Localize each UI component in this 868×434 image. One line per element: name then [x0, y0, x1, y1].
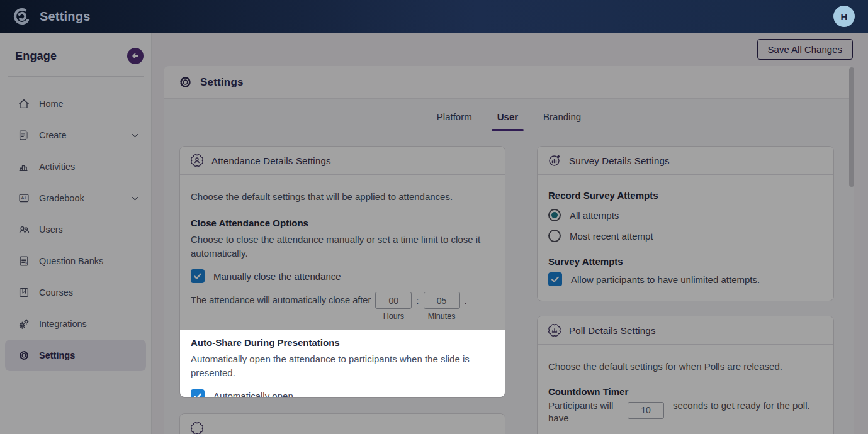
panel-title: Settings — [200, 76, 244, 89]
countdown-timer-row: Participants will have seconds to get re… — [548, 399, 823, 425]
sidebar-item-courses[interactable]: Courses — [0, 277, 151, 308]
sidebar-item-integrations[interactable]: Integrations — [0, 308, 151, 340]
sidebar-item-label: Create — [39, 130, 67, 140]
sidebar-title: Engage — [15, 50, 57, 63]
tab-platform[interactable]: Platform — [436, 106, 473, 130]
sidebar-divider — [8, 76, 144, 77]
svg-text:?: ? — [25, 262, 27, 266]
top-bar: Settings H — [0, 0, 868, 33]
users-icon — [18, 223, 30, 236]
gear-icon — [178, 75, 193, 89]
sidebar-item-label: Question Banks — [39, 256, 103, 266]
radio-unselected-icon[interactable] — [548, 230, 561, 242]
card-title: Poll Details Settings — [569, 325, 656, 336]
auto-close-lead-text: The attendance will automatically close … — [191, 292, 371, 305]
sidebar-item-label: Activities — [39, 162, 75, 172]
integrations-icon — [18, 318, 30, 330]
create-icon — [18, 129, 30, 142]
sidebar-item-home[interactable]: Home — [0, 88, 151, 120]
tab-branding[interactable]: Branding — [542, 106, 582, 130]
sidebar-item-label: Gradebook — [39, 193, 84, 203]
question-banks-icon: ? — [18, 255, 30, 267]
card-title: Attendance Details Settings — [211, 155, 331, 166]
user-avatar[interactable]: H — [833, 6, 855, 27]
sidebar-item-label: Home — [39, 99, 64, 109]
sidebar-item-label: Courses — [39, 287, 73, 298]
bar-chart-icon — [18, 160, 30, 173]
sidebar-item-label: Integrations — [39, 319, 87, 329]
countdown-timer-heading: Countdown Timer — [548, 386, 823, 397]
topbar-title: Settings — [40, 9, 91, 24]
attendance-desc: Choose the default settings that will be… — [191, 190, 494, 204]
sidebar-nav: Home Create Activities — [0, 88, 151, 371]
time-period: . — [465, 292, 467, 306]
attendance-card-header: Attendance Details Settings — [180, 147, 505, 175]
record-attempts-heading: Record Survey Attempts — [548, 190, 823, 201]
sidebar-item-activities[interactable]: Activities — [0, 151, 151, 182]
tab-strip: Platform User Branding — [164, 106, 854, 130]
sidebar-item-users[interactable]: Users — [0, 214, 151, 245]
courses-icon — [18, 286, 30, 299]
minutes-input[interactable] — [424, 292, 460, 309]
close-attendance-desc: Choose to close the attendance manually … — [191, 233, 494, 260]
radio-label: Most recent attempt — [570, 231, 653, 242]
automatically-open-checkbox[interactable] — [191, 389, 205, 398]
arrow-left-icon — [131, 52, 140, 60]
survey-attempts-heading: Survey Attempts — [548, 256, 823, 267]
auto-share-spotlight-section: Auto-Share During Presentations Automati… — [180, 330, 505, 398]
sidebar-item-settings[interactable]: Settings — [5, 340, 146, 371]
unlimited-attempts-label: Allow participants to have unlimited att… — [571, 274, 760, 285]
main-content: Save All Changes Settings Platform User … — [152, 33, 868, 434]
time-colon: : — [416, 292, 419, 306]
gear-icon — [18, 349, 30, 362]
auto-share-desc: Automatically open the attendance to par… — [191, 352, 494, 380]
sidebar-item-create[interactable]: Create — [0, 120, 151, 151]
hours-caption: Hours — [383, 312, 404, 321]
auto-share-heading: Auto-Share During Presentations — [191, 337, 494, 348]
timer-after-text: seconds to get ready for the poll. — [673, 399, 814, 412]
auto-close-time-row: The attendance will automatically close … — [191, 292, 494, 321]
sidebar-item-question-banks[interactable]: ? Question Banks — [0, 245, 151, 277]
survey-card-header: Survey Details Settings — [538, 147, 833, 175]
gradebook-icon: A+ — [18, 192, 30, 204]
home-icon — [18, 97, 30, 110]
radio-label: All attempts — [570, 210, 619, 221]
sidebar-item-gradebook[interactable]: A+ Gradebook — [0, 182, 151, 214]
automatically-open-label: Automatically open — [213, 391, 293, 398]
sidebar-item-label: Users — [39, 225, 63, 235]
scrollbar-thumb[interactable] — [849, 67, 854, 187]
attendance-badge-icon — [190, 153, 204, 167]
hours-input[interactable] — [375, 292, 412, 309]
tab-user[interactable]: User — [496, 106, 519, 130]
radio-most-recent[interactable]: Most recent attempt — [548, 230, 823, 242]
check-icon — [193, 391, 203, 398]
settings-panel-header: Settings — [164, 66, 854, 99]
countdown-seconds-input[interactable] — [628, 402, 664, 419]
manual-close-label: Manually close the attendance — [213, 271, 341, 282]
unlimited-attempts-checkbox[interactable] — [548, 272, 562, 286]
poll-desc: Choose the default settings for when Pol… — [548, 360, 823, 374]
survey-chart-icon — [548, 153, 561, 167]
radio-selected-icon[interactable] — [548, 209, 561, 221]
card-title: Survey Details Settings — [569, 155, 670, 166]
sidebar-collapse-button[interactable] — [127, 48, 144, 64]
radio-all-attempts[interactable]: All attempts — [548, 209, 823, 221]
chevron-down-icon — [130, 131, 140, 140]
poll-settings-card: Poll Details Settings Choose the default… — [537, 316, 834, 434]
svg-text:A+: A+ — [21, 195, 26, 201]
chevron-down-icon — [130, 194, 140, 203]
minutes-caption: Minutes — [428, 312, 456, 321]
sidebar: Engage Home — [0, 33, 152, 434]
check-icon — [550, 274, 560, 284]
poll-badge-icon — [548, 323, 561, 337]
partial-next-card — [179, 413, 505, 434]
app-logo-icon — [11, 6, 33, 27]
settings-panel: Settings Platform User Branding — [164, 66, 854, 434]
manual-close-row: Manually close the attendance — [191, 269, 494, 283]
manual-close-checkbox[interactable] — [191, 269, 205, 283]
survey-settings-card: Survey Details Settings Record Survey At… — [537, 146, 834, 301]
save-all-changes-button[interactable]: Save All Changes — [757, 39, 853, 60]
partial-card-header — [180, 414, 505, 434]
unlimited-attempts-row: Allow participants to have unlimited att… — [548, 272, 823, 286]
poll-card-header: Poll Details Settings — [538, 316, 833, 345]
